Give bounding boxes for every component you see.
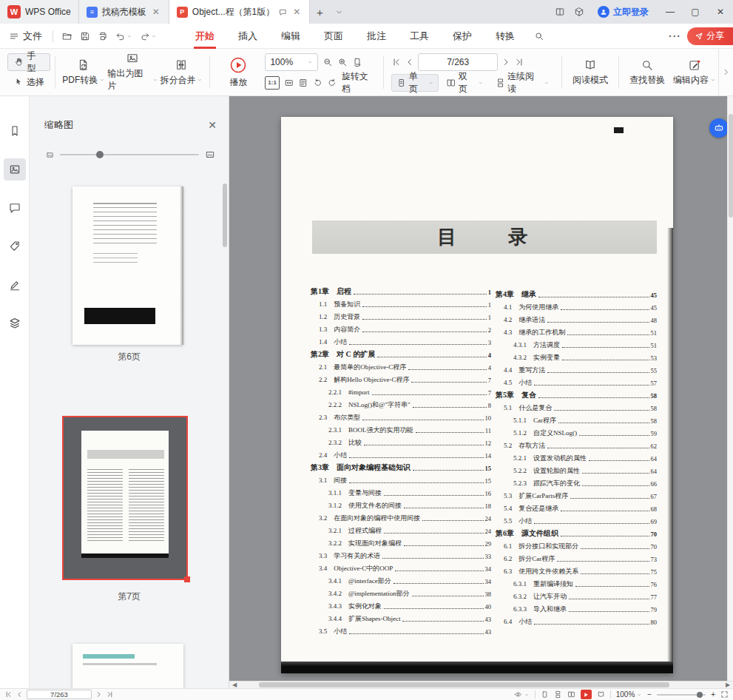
rotate-left-icon[interactable]	[313, 78, 323, 88]
workspace-box-icon[interactable]	[570, 0, 589, 24]
undo-button[interactable]	[115, 31, 132, 41]
slider-track[interactable]	[60, 154, 199, 155]
zoom-slider-thumb[interactable]	[697, 692, 703, 698]
page-nav-group: 7/263 单页 双页 连续阅读	[391, 53, 554, 92]
selection-handle[interactable]	[184, 576, 190, 582]
menu-tab[interactable]: 工具	[398, 24, 441, 49]
next-page-icon[interactable]	[95, 690, 103, 699]
menu-tab[interactable]: 批注	[355, 24, 398, 49]
zoom-in-icon[interactable]	[337, 57, 348, 67]
last-page-icon[interactable]	[106, 690, 114, 699]
last-page-icon[interactable]	[514, 57, 524, 67]
document-viewer[interactable]: 目 录 第1章 启程 1 1.1 预备知识 1	[229, 96, 733, 688]
vertical-scrollbar[interactable]	[727, 96, 733, 681]
zoom-slider[interactable]	[657, 694, 706, 696]
print-icon[interactable]	[98, 31, 108, 41]
book-view-icon[interactable]	[597, 690, 605, 699]
close-button[interactable]: ✕	[708, 0, 733, 24]
file-menu[interactable]: 文件	[0, 30, 50, 43]
fit-width-icon[interactable]	[284, 78, 294, 88]
save-icon[interactable]	[80, 31, 90, 41]
tab-close-icon[interactable]: ✕	[151, 7, 161, 17]
share-button[interactable]: 分享	[687, 27, 733, 45]
tab-close-icon[interactable]: ✕	[291, 7, 302, 17]
rotate-right-icon[interactable]	[327, 78, 337, 88]
find-replace-button[interactable]: 查找替换	[624, 52, 671, 93]
next-page-icon[interactable]	[501, 57, 511, 67]
login-button[interactable]: 立即登录	[589, 0, 658, 24]
play-button[interactable]: 播放	[215, 52, 262, 93]
first-page-icon[interactable]	[391, 57, 402, 67]
fullscreen-icon[interactable]	[720, 690, 729, 699]
page-6-thumbnail[interactable]	[72, 186, 183, 345]
menu-tab[interactable]: 保护	[441, 24, 484, 49]
rotate-page-icon[interactable]	[352, 57, 362, 67]
maximize-button[interactable]: ▢	[683, 0, 708, 24]
tags-panel-button[interactable]	[4, 235, 26, 258]
sign-panel-button[interactable]	[4, 274, 26, 296]
layers-panel-button[interactable]	[4, 312, 26, 334]
tab-template-doc[interactable]: ≡ 找稿壳模板 ✕	[79, 0, 169, 24]
hscroll-track[interactable]	[240, 682, 723, 688]
toolbar-expand-button[interactable]	[718, 49, 733, 95]
thumbnails-panel-button[interactable]	[4, 158, 26, 181]
continuous-view-icon[interactable]	[554, 690, 562, 699]
horizontal-scrollbar[interactable]: ◀ ▶	[229, 681, 733, 688]
menu-tab[interactable]: 开始	[183, 24, 226, 49]
split-merge-button[interactable]: 拆分合并	[158, 52, 205, 93]
menu-tab[interactable]: 页面	[312, 24, 355, 49]
statusbar-page-input[interactable]: 7/263	[27, 690, 92, 699]
hscroll-thumb[interactable]	[259, 682, 669, 687]
prev-page-icon[interactable]	[405, 57, 415, 67]
zoom-out-icon[interactable]	[322, 57, 333, 67]
fit-page-icon[interactable]	[298, 78, 308, 88]
single-page-view-icon[interactable]	[541, 690, 549, 699]
panel-scrollbar[interactable]	[223, 184, 227, 247]
slider-thumb[interactable]	[96, 151, 104, 158]
edit-content-button[interactable]: 编辑内容	[671, 52, 718, 93]
page-7-thumbnail-selected[interactable]	[62, 416, 188, 580]
actual-size-button[interactable]: 1:1	[265, 76, 279, 90]
menu-tab[interactable]: 编辑	[269, 24, 312, 49]
zoom-in-button[interactable]: +	[711, 690, 715, 699]
toc-column-right: 第4章 继承 45 4.1 为何使用继承 45 4.2 继承语法	[496, 287, 657, 627]
tab-current-pdf[interactable]: P Object...程（第1版） ✕	[169, 0, 310, 24]
menu-tab[interactable]: 转换	[484, 24, 527, 49]
redo-button[interactable]	[140, 31, 157, 41]
rotate-doc-label[interactable]: 旋转文档	[342, 70, 376, 95]
more-options-icon[interactable]: ···	[669, 30, 681, 42]
split-window-icon[interactable]	[550, 0, 570, 24]
reading-mode-button[interactable]: 阅读模式	[567, 52, 614, 93]
presentation-play-button[interactable]	[581, 690, 592, 699]
single-page-button[interactable]: 单页	[391, 74, 439, 92]
minimize-button[interactable]: —	[658, 0, 683, 24]
toc-entry-label: 3.4.2 @implementation部分	[328, 589, 410, 599]
ai-assistant-button[interactable]	[709, 118, 729, 138]
tab-list-chevron-icon[interactable]	[329, 0, 348, 24]
comments-panel-button[interactable]	[4, 197, 26, 219]
continuous-read-button[interactable]: 连续阅读	[491, 74, 554, 92]
tab-wps-office[interactable]: W WPS Office	[0, 0, 79, 24]
view-options-button[interactable]	[514, 690, 530, 699]
page-number-input[interactable]: 7/263	[418, 53, 498, 71]
scroll-right-icon[interactable]: ▶	[723, 682, 733, 688]
double-page-button[interactable]: 双页	[442, 74, 487, 92]
open-folder-icon[interactable]	[62, 31, 72, 41]
hand-tool-button[interactable]: 手型	[7, 53, 50, 71]
statusbar-zoom-select[interactable]: 100%	[616, 690, 643, 699]
select-tool-button[interactable]: 选择	[7, 73, 50, 91]
close-panel-icon[interactable]: ✕	[208, 119, 217, 131]
menu-search-button[interactable]	[527, 31, 552, 41]
menu-tab[interactable]: 插入	[226, 24, 269, 49]
pdf-convert-button[interactable]: PDF转换	[60, 52, 107, 93]
zoom-level-select[interactable]: 100%	[265, 53, 318, 71]
bookmarks-panel-button[interactable]	[4, 120, 26, 142]
new-tab-button[interactable]: +	[310, 0, 329, 24]
vscroll-thumb[interactable]	[729, 114, 733, 218]
zoom-out-button[interactable]: −	[647, 690, 652, 699]
export-image-button[interactable]: 输出为图片	[107, 52, 158, 93]
prev-page-icon[interactable]	[16, 690, 24, 699]
double-page-view-icon[interactable]	[567, 690, 575, 699]
scroll-left-icon[interactable]: ◀	[229, 682, 240, 688]
first-page-icon[interactable]	[4, 690, 13, 699]
